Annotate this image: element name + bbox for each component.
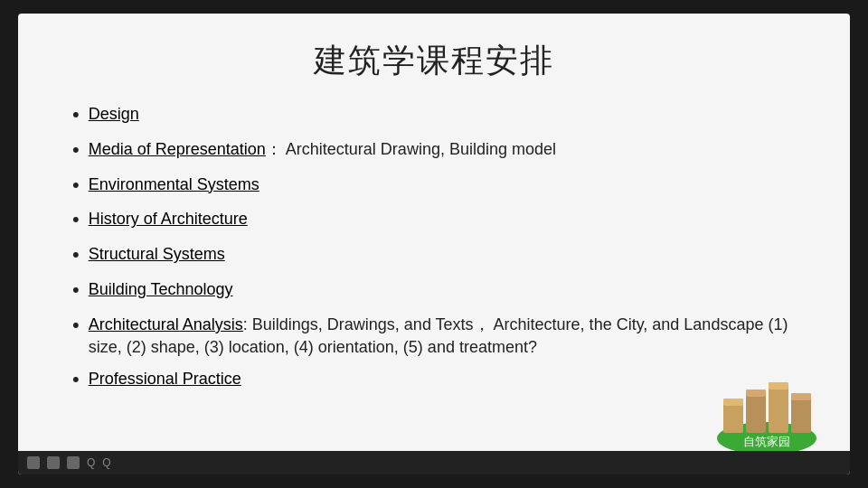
bullet-dot: • (72, 277, 80, 305)
item-link[interactable]: Environmental Systems (89, 175, 259, 193)
logo-svg: 自筑家园 (705, 364, 823, 455)
block-mid-right (769, 382, 788, 433)
item-text: Professional Practice (89, 368, 241, 390)
item-text: Structural Systems (89, 243, 225, 266)
list-item: • Building Technology (72, 278, 796, 305)
item-text: Design (89, 103, 139, 126)
bullet-dot: • (72, 172, 80, 200)
list-item: • Structural Systems (72, 243, 796, 269)
bottom-bar: Q Q (18, 451, 850, 474)
item-text: Architectural Analysis: Buildings, Drawi… (89, 314, 796, 359)
item-link[interactable]: Structural Systems (89, 245, 225, 263)
block-mid-right-top (769, 382, 788, 389)
list-item: • Professional Practice (72, 368, 796, 394)
item-link[interactable]: Architectural Analysis (89, 315, 243, 333)
nav-next-icon[interactable] (47, 456, 60, 469)
fullscreen-icon[interactable] (67, 456, 80, 469)
course-list: • Design • Media of Representation： Arch… (72, 103, 796, 394)
bullet-dot: • (72, 101, 80, 129)
bullet-dot: • (72, 206, 80, 234)
item-link[interactable]: Professional Practice (89, 370, 241, 388)
bullet-dot: • (72, 136, 80, 164)
list-item: • Media of Representation： Architectural… (72, 138, 796, 164)
zoom-label: Q (87, 456, 95, 469)
item-text: Environmental Systems (89, 174, 259, 196)
block-left-top (723, 399, 743, 406)
item-text: History of Architecture (89, 208, 248, 230)
slide: 建筑学课程安排 • Design • Media of Representati… (18, 14, 850, 474)
list-item: • Architectural Analysis: Buildings, Dra… (72, 314, 796, 359)
logo-text: 自筑家园 (743, 435, 790, 448)
list-item: • Design (72, 103, 796, 129)
slide-title: 建筑学课程安排 (72, 39, 796, 83)
item-link[interactable]: Media of Representation (89, 140, 266, 158)
item-link[interactable]: History of Architecture (89, 210, 248, 228)
item-link[interactable]: Building Technology (89, 280, 233, 298)
zoom-in-label: Q (102, 456, 110, 469)
bullet-dot: • (72, 241, 80, 269)
logo-container: 自筑家园 (705, 364, 823, 455)
list-item: • Environmental Systems (72, 174, 796, 200)
block-mid-left-top (746, 389, 766, 397)
block-right-top (791, 393, 811, 400)
item-text: Building Technology (89, 278, 233, 301)
item-link[interactable]: Design (89, 105, 139, 123)
bullet-dot: • (72, 366, 80, 394)
item-text: Media of Representation： Architectural D… (89, 138, 556, 161)
item-rest: ： Architectural Drawing, Building model (266, 140, 556, 158)
bullet-dot: • (72, 312, 80, 340)
list-item: • History of Architecture (72, 208, 796, 234)
nav-prev-icon[interactable] (27, 456, 40, 469)
